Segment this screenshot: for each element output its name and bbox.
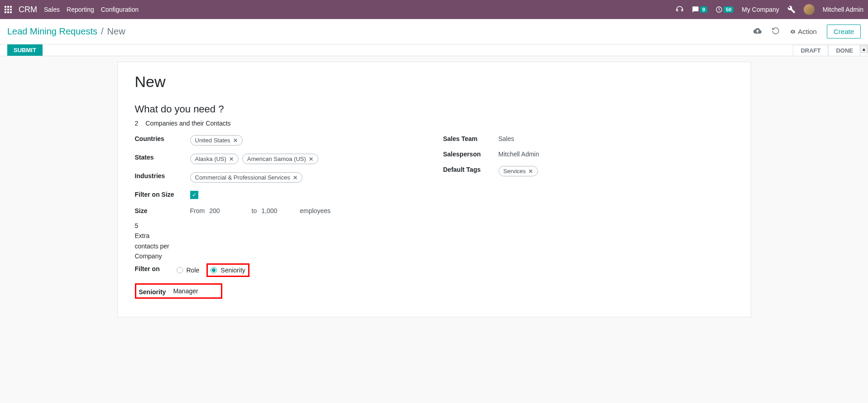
action-button[interactable]: Action xyxy=(790,28,817,35)
size-from-value: 200 xyxy=(209,207,220,214)
section-question: What do you need ? xyxy=(135,103,734,115)
extra-contacts-block: 5 Extra contacts per Company xyxy=(135,221,425,262)
undo-icon[interactable] xyxy=(772,27,780,37)
row-filter-size: Filter on Size ✓ xyxy=(135,189,425,199)
tag-label: Alaska (US) xyxy=(195,155,226,162)
label-filter-on: Filter on xyxy=(135,263,171,272)
label-states: States xyxy=(135,152,185,161)
label-filter-size: Filter on Size xyxy=(135,189,185,198)
avatar[interactable] xyxy=(804,4,815,15)
tag-label: Services xyxy=(504,168,526,175)
default-tags[interactable]: Services ✕ xyxy=(499,164,734,176)
company-name[interactable]: My Company xyxy=(742,6,779,13)
nav-reporting[interactable]: Reporting xyxy=(67,6,94,13)
breadcrumb-root[interactable]: Lead Mining Requests xyxy=(7,26,97,37)
size-to-label: to xyxy=(252,207,257,214)
close-icon[interactable]: ✕ xyxy=(293,175,297,181)
radio-seniority[interactable] xyxy=(211,267,217,273)
breadcrumb: Lead Mining Requests / New xyxy=(7,26,125,37)
timer-badge: 50 xyxy=(724,6,734,13)
row-default-tags: Default Tags Services ✕ xyxy=(443,164,734,176)
close-icon[interactable]: ✕ xyxy=(233,137,238,144)
form-card: New What do you need ? 2 Companies and t… xyxy=(117,62,751,317)
status-row: SUBMIT DRAFT DONE xyxy=(0,44,868,56)
messages-badge: 9 xyxy=(700,6,707,13)
label-seniority: Seniority xyxy=(139,286,166,296)
scroll-up-arrow[interactable]: ▲ xyxy=(860,45,868,53)
radio-group-filter: Role Seniority xyxy=(177,263,249,277)
extra-qty: 5 xyxy=(135,221,425,231)
row-countries: Countries United States ✕ xyxy=(135,133,425,146)
col-left: Countries United States ✕ States Alaska … xyxy=(135,133,425,299)
qty-row: 2 Companies and their Contacts xyxy=(135,120,734,127)
close-icon[interactable]: ✕ xyxy=(528,168,533,175)
status-stages: DRAFT DONE xyxy=(793,45,861,56)
tag-country: United States ✕ xyxy=(190,135,243,146)
qty-desc: Companies and their Contacts xyxy=(145,120,230,127)
voip-icon[interactable] xyxy=(676,5,684,14)
tools-icon[interactable] xyxy=(787,5,796,14)
tag-label: American Samoa (US) xyxy=(247,155,306,162)
label-industries: Industries xyxy=(135,170,185,180)
label-sales-team: Sales Team xyxy=(443,133,493,142)
topbar: CRM Sales Reporting Configuration 9 50 M… xyxy=(0,0,868,19)
size-to-value: 1,000 xyxy=(261,207,277,214)
industries-tags[interactable]: Commercial & Professional Services ✕ xyxy=(190,170,425,183)
row-size: Size From 200 to 1,000 employees xyxy=(135,205,425,214)
username[interactable]: Mitchell Admin xyxy=(823,6,863,13)
topbar-right: 9 50 My Company Mitchell Admin xyxy=(676,4,863,15)
sales-team-value[interactable]: Sales xyxy=(499,133,734,142)
create-button[interactable]: Create xyxy=(827,24,861,39)
action-label: Action xyxy=(798,28,817,35)
qty-value: 2 xyxy=(135,120,139,127)
checkbox-filter-size[interactable]: ✓ xyxy=(190,191,198,199)
size-unit: employees xyxy=(300,207,331,214)
tag-state: Alaska (US) ✕ xyxy=(190,154,239,164)
salesperson-value[interactable]: Mitchell Admin xyxy=(499,149,734,158)
apps-icon[interactable] xyxy=(5,6,12,13)
extra-desc-3: Company xyxy=(135,251,425,261)
topbar-left: CRM Sales Reporting Configuration xyxy=(5,5,139,15)
highlight-seniority-radio: Seniority xyxy=(206,263,249,277)
nav-sales[interactable]: Sales xyxy=(44,6,60,13)
label-default-tags: Default Tags xyxy=(443,164,493,173)
submit-button[interactable]: SUBMIT xyxy=(7,44,43,56)
radio-seniority-option[interactable]: Seniority xyxy=(211,267,245,274)
subheader-right: Action Create xyxy=(753,24,861,39)
row-states: States Alaska (US) ✕ American Samoa (US)… xyxy=(135,152,425,164)
tag-industry: Commercial & Professional Services ✕ xyxy=(190,172,302,183)
tag-state: American Samoa (US) ✕ xyxy=(242,154,318,164)
stage-draft[interactable]: DRAFT xyxy=(793,45,828,56)
nav-configuration[interactable]: Configuration xyxy=(101,6,139,13)
breadcrumb-current: New xyxy=(107,26,125,37)
stage-done[interactable]: DONE xyxy=(828,45,861,56)
extra-desc-2: contacts per xyxy=(135,241,425,251)
messages-icon[interactable]: 9 xyxy=(692,6,707,13)
app-name[interactable]: CRM xyxy=(19,5,37,15)
row-sales-team: Sales Team Sales xyxy=(443,133,734,142)
row-seniority: Seniority Manager xyxy=(135,283,425,299)
states-tags[interactable]: Alaska (US) ✕ American Samoa (US) ✕ xyxy=(190,152,425,164)
content-wrap: New What do you need ? 2 Companies and t… xyxy=(0,56,868,403)
extra-desc-1: Extra xyxy=(135,231,425,241)
seniority-value[interactable]: Manager xyxy=(173,287,218,295)
breadcrumb-sep: / xyxy=(101,26,104,37)
timer-icon[interactable]: 50 xyxy=(715,6,734,13)
close-icon[interactable]: ✕ xyxy=(229,156,234,162)
cloud-upload-icon[interactable] xyxy=(753,27,762,37)
close-icon[interactable]: ✕ xyxy=(309,156,313,162)
row-filter-on: Filter on Role Seniority xyxy=(135,263,425,277)
subheader: Lead Mining Requests / New Action Create xyxy=(0,19,868,44)
label-size: Size xyxy=(135,205,185,214)
row-salesperson: Salesperson Mitchell Admin xyxy=(443,149,734,158)
radio-role[interactable] xyxy=(177,267,183,273)
row-industries: Industries Commercial & Professional Ser… xyxy=(135,170,425,183)
radio-role-option[interactable]: Role xyxy=(177,267,200,274)
highlight-seniority-field: Seniority Manager xyxy=(135,283,223,299)
form-title: New xyxy=(135,73,734,91)
tag-label: United States xyxy=(195,137,230,144)
gear-icon xyxy=(790,29,796,35)
label-salesperson: Salesperson xyxy=(443,149,493,158)
radio-seniority-label: Seniority xyxy=(221,267,245,274)
countries-tags[interactable]: United States ✕ xyxy=(190,133,425,146)
